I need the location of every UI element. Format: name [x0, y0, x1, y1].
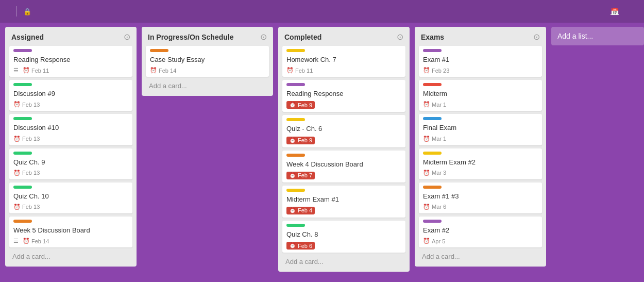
clock-icon-assigned-4: ⏰	[13, 204, 21, 210]
clock-icon-exams-4: ⏰	[423, 204, 430, 210]
card-date-text-completed-3: Feb 7	[298, 172, 312, 178]
card-date-completed-4: ⏰ Feb 4	[286, 207, 315, 214]
add-card-exams[interactable]: Add a card...	[419, 251, 542, 262]
card-title-assigned-4: Quiz Ch. 10	[13, 192, 128, 201]
card-label-exams-3	[423, 152, 442, 155]
card-meta-completed-0: ⏰ Feb 11	[286, 67, 401, 74]
header-divider	[16, 6, 17, 16]
card-meta-assigned-3: ⏰ Feb 13	[13, 170, 128, 176]
card-label-assigned-3	[13, 152, 32, 155]
card-label-completed-0	[286, 49, 305, 52]
card-meta-in-progress-0: ⏰ Feb 14	[150, 67, 265, 74]
card-meta-assigned-4: ⏰ Feb 13	[13, 204, 128, 210]
clock-icon-assigned-3: ⏰	[13, 170, 21, 176]
clock-icon-exams-0: ⏰	[423, 67, 430, 74]
clock-icon-completed-2: ⏰	[289, 137, 296, 144]
card-title-completed-5: Quiz Ch. 8	[286, 230, 401, 239]
card-date-exams-0: ⏰ Feb 23	[423, 67, 449, 74]
card-date-text-assigned-2: Feb 13	[22, 136, 40, 142]
card-exams-2[interactable]: Final Exam⏰ Mar 1	[419, 114, 542, 145]
card-label-completed-2	[286, 118, 305, 121]
card-title-completed-0: Homework Ch. 7	[286, 55, 401, 64]
card-meta-exams-3: ⏰ Mar 3	[423, 170, 538, 176]
card-assigned-3[interactable]: Quiz Ch. 9⏰ Feb 13	[9, 148, 132, 179]
clock-icon-completed-1: ⏰	[289, 102, 296, 108]
card-date-completed-3: ⏰ Feb 7	[286, 172, 315, 179]
clock-icon-assigned-1: ⏰	[13, 101, 21, 108]
card-completed-1[interactable]: Reading Response⏰ Feb 9	[282, 80, 405, 112]
add-card-completed[interactable]: Add a card...	[282, 256, 405, 268]
card-date-text-completed-5: Feb 6	[298, 243, 312, 249]
card-title-exams-0: Exam #1	[423, 55, 538, 64]
card-date-text-exams-2: Mar 1	[432, 136, 446, 142]
list-menu-icon-assigned[interactable]: ⊙	[124, 32, 130, 42]
card-title-assigned-3: Quiz Ch. 9	[13, 158, 128, 167]
card-label-assigned-5	[13, 220, 32, 223]
card-assigned-2[interactable]: Discussion #10⏰ Feb 13	[9, 114, 132, 145]
card-label-completed-1	[286, 83, 305, 86]
add-list-button[interactable]: Add a list...	[551, 27, 644, 45]
card-exams-5[interactable]: Exam #2⏰ Apr 5	[419, 217, 542, 247]
card-meta-assigned-0: ☰⏰ Feb 11	[13, 67, 128, 74]
card-date-text-assigned-1: Feb 13	[22, 102, 40, 108]
list-menu-icon-exams[interactable]: ⊙	[533, 32, 540, 42]
privacy-badge: 🔒	[23, 8, 34, 15]
lines-icon-assigned-5: ☰	[13, 238, 19, 244]
card-date-text-exams-4: Mar 6	[432, 204, 446, 210]
card-date-assigned-3: ⏰ Feb 13	[13, 170, 40, 176]
card-title-completed-2: Quiz - Ch. 6	[286, 124, 401, 134]
card-label-completed-3	[286, 154, 305, 157]
card-label-assigned-4	[13, 186, 32, 189]
card-assigned-5[interactable]: Week 5 Discussion Board☰⏰ Feb 14	[9, 217, 132, 247]
list-menu-icon-completed[interactable]: ⊙	[397, 32, 403, 42]
card-date-text-completed-2: Feb 9	[298, 137, 312, 143]
card-completed-4[interactable]: Midterm Exam #1⏰ Feb 4	[282, 186, 405, 218]
card-date-assigned-4: ⏰ Feb 13	[13, 204, 40, 210]
clock-icon-exams-3: ⏰	[423, 170, 430, 176]
list-header-completed: Completed⊙	[282, 31, 405, 43]
card-exams-0[interactable]: Exam #1⏰ Feb 23	[419, 46, 542, 77]
card-title-exams-5: Exam #2	[423, 226, 538, 235]
card-date-text-assigned-4: Feb 13	[22, 204, 40, 210]
card-title-assigned-5: Week 5 Discussion Board	[13, 226, 128, 235]
card-date-text-completed-4: Feb 4	[298, 207, 312, 213]
card-date-text-in-progress-0: Feb 14	[159, 68, 176, 74]
card-exams-4[interactable]: Exam #1 #3⏰ Mar 6	[419, 183, 542, 213]
card-date-text-exams-3: Mar 3	[432, 170, 446, 176]
clock-icon-completed-5: ⏰	[289, 242, 296, 249]
list-title-exams: Exams	[421, 33, 444, 41]
add-card-in-progress[interactable]: Add a card...	[146, 80, 269, 92]
card-title-exams-4: Exam #1 #3	[423, 192, 538, 201]
card-meta-exams-1: ⏰ Mar 1	[423, 101, 538, 108]
card-assigned-0[interactable]: Reading Response☰⏰ Feb 11	[9, 46, 132, 77]
card-date-text-assigned-3: Feb 13	[22, 170, 40, 176]
card-title-assigned-2: Discussion #10	[13, 123, 128, 132]
card-completed-0[interactable]: Homework Ch. 7⏰ Feb 11	[282, 46, 405, 77]
card-meta-completed-1: ⏰ Feb 9	[286, 101, 401, 109]
clock-icon-exams-5: ⏰	[423, 238, 430, 244]
add-card-assigned[interactable]: Add a card...	[9, 251, 132, 262]
calendar-button[interactable]: 📅	[611, 8, 621, 15]
card-title-in-progress-0: Case Study Essay	[150, 55, 265, 64]
card-date-text-assigned-0: Feb 11	[31, 68, 49, 74]
list-in-progress: In Progress/On Schedule⊙Case Study Essay…	[142, 27, 273, 96]
card-completed-3[interactable]: Week 4 Discussion Board⏰ Feb 7	[282, 151, 405, 183]
card-exams-3[interactable]: Midterm Exam #2⏰ Mar 3	[419, 148, 542, 179]
header-actions: 📅	[611, 8, 638, 15]
card-meta-completed-5: ⏰ Feb 6	[286, 242, 401, 250]
list-header-assigned: Assigned⊙	[9, 31, 132, 43]
card-meta-assigned-5: ☰⏰ Feb 14	[13, 238, 128, 244]
card-title-completed-4: Midterm Exam #1	[286, 195, 401, 204]
card-assigned-1[interactable]: Discussion #9⏰ Feb 13	[9, 80, 132, 111]
list-header-exams: Exams⊙	[419, 31, 542, 43]
card-completed-2[interactable]: Quiz - Ch. 6⏰ Feb 9	[282, 115, 405, 147]
card-in-progress-0[interactable]: Case Study Essay⏰ Feb 14	[146, 46, 269, 77]
card-exams-1[interactable]: Midterm⏰ Mar 1	[419, 80, 542, 111]
card-completed-5[interactable]: Quiz Ch. 8⏰ Feb 6	[282, 221, 405, 253]
card-assigned-4[interactable]: Quiz Ch. 10⏰ Feb 13	[9, 183, 132, 213]
card-meta-exams-2: ⏰ Mar 1	[423, 136, 538, 142]
card-label-assigned-1	[13, 83, 32, 86]
calendar-icon: 📅	[611, 8, 619, 15]
list-menu-icon-in-progress[interactable]: ⊙	[260, 32, 267, 42]
card-date-text-exams-1: Mar 1	[432, 102, 446, 108]
